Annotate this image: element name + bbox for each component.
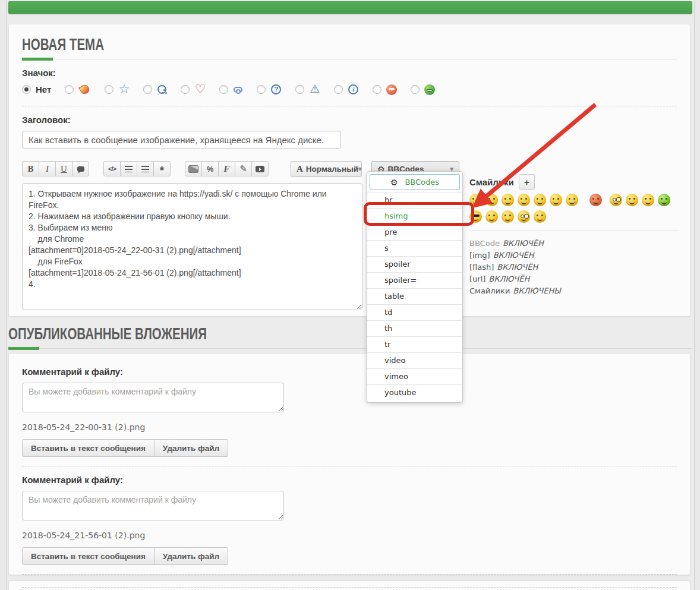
topic-icon-none-option[interactable]: Нет — [22, 84, 51, 94]
divider — [22, 587, 677, 588]
radio-angry-face-icon[interactable] — [373, 85, 381, 94]
radio-warning-icon[interactable] — [295, 85, 304, 94]
smiley-smile-icon[interactable] — [469, 194, 482, 206]
bbcode-item-vimeo[interactable]: vimeo — [367, 368, 462, 384]
smiley-smirk-icon[interactable] — [502, 210, 514, 223]
toolbar-button-group: </>* — [103, 161, 171, 176]
status-label: BBCode — [469, 239, 500, 248]
attachments-heading-text: ОПУБЛИКОВАННЫЕ ВЛОЖЕНИЯ — [8, 326, 207, 342]
smiley-cool-icon[interactable] — [469, 210, 482, 223]
insert-into-message-button[interactable]: Вставить в текст сообщения — [22, 439, 154, 457]
smiley-hmm-icon[interactable] — [485, 210, 498, 223]
topic-icon-none-label: Нет — [36, 84, 51, 94]
message-textarea[interactable]: 1. Открываем нужное изображение на https… — [22, 183, 362, 310]
new-topic-heading: НОВАЯ ТЕМА — [22, 36, 677, 59]
topic-icon-option[interactable] — [373, 84, 397, 95]
radio-ball-icon[interactable] — [143, 85, 152, 94]
insert-into-message-button[interactable]: Вставить в текст сообщения — [22, 547, 154, 565]
smiley-grin-icon[interactable] — [502, 194, 514, 206]
topic-icon-option[interactable] — [143, 84, 167, 94]
question-icon[interactable]: ? — [271, 84, 281, 94]
grin-face-icon[interactable] — [424, 84, 435, 95]
topic-icon-option[interactable]: ☆ — [105, 84, 130, 95]
bbcode-item-table[interactable]: table — [367, 288, 462, 304]
topic-icon-label: Значок: — [22, 68, 677, 78]
bbcode-item-youtube[interactable]: youtube — [367, 384, 462, 400]
ball-icon[interactable] — [157, 85, 166, 94]
bbcode-item-hr[interactable]: hr — [367, 192, 462, 208]
heart-icon[interactable]: ♡ — [194, 84, 206, 95]
topic-icon-option[interactable] — [411, 84, 435, 95]
radio-grin-face-icon[interactable] — [411, 85, 420, 94]
star-icon[interactable]: ☆ — [118, 84, 130, 95]
add-smiley-button[interactable]: + — [519, 174, 535, 190]
smiley-wink-icon[interactable] — [485, 194, 498, 206]
speech-bubble-icon[interactable] — [234, 87, 242, 93]
radio-fire-icon[interactable] — [65, 85, 74, 94]
font-size-dropdown-button[interactable]: A Нормальный ▾ — [291, 161, 362, 177]
list-bullet-icon[interactable] — [120, 161, 137, 176]
pencil-icon[interactable]: ✎ — [235, 161, 252, 176]
radio-speech-bubble-icon[interactable] — [219, 85, 228, 94]
topic-icon-option[interactable] — [219, 85, 243, 94]
bbcode-item-tr[interactable]: tr — [367, 336, 462, 352]
smiley-annoyed-icon[interactable] — [534, 194, 546, 206]
smiley-speechless-icon[interactable] — [626, 194, 638, 206]
fire-icon[interactable] — [78, 83, 91, 96]
bbcode-item-th[interactable]: th — [367, 320, 462, 336]
topic-icon-option[interactable]: ⚠ — [295, 84, 320, 95]
italic-button[interactable]: I — [39, 161, 56, 176]
radio-heart-icon[interactable] — [181, 85, 190, 94]
smiley-yell-icon[interactable] — [642, 194, 654, 206]
toolbar-button-group: BIU — [22, 161, 89, 176]
link-button[interactable]: % — [201, 161, 219, 176]
attachment-block: Комментарий к файлу: 2018-05-24_21-56-01… — [22, 475, 677, 565]
radio-info-icon[interactable] — [334, 85, 343, 94]
bbcode-item-spoiler-[interactable]: spoiler= — [367, 272, 462, 288]
topic-icon-option[interactable] — [65, 84, 91, 95]
smiley-sick-icon[interactable] — [658, 194, 670, 206]
quote-icon[interactable] — [72, 161, 89, 176]
bbcode-item-td[interactable]: td — [367, 304, 462, 320]
smiley-angry-icon[interactable] — [589, 194, 602, 206]
bbcode-item-video[interactable]: video — [367, 352, 462, 368]
list-item-button[interactable]: * — [153, 161, 171, 176]
status-value: ВКЛЮЧЁН — [488, 275, 529, 283]
smiley-rolleyes-icon[interactable] — [518, 194, 530, 206]
bbcode-item-spoiler[interactable]: spoiler — [367, 256, 462, 272]
smiley-cry-icon[interactable] — [566, 194, 578, 206]
bbcode-item-bbcodes[interactable]: ⚙BBCodes — [370, 174, 460, 190]
bbcode-item-pre[interactable]: pre — [367, 224, 462, 240]
list-ordered-icon[interactable] — [137, 161, 154, 176]
underline-button[interactable]: U — [55, 161, 72, 176]
topic-icon-option[interactable]: ? — [257, 84, 282, 95]
delete-file-button[interactable]: Удалить файл — [154, 547, 228, 565]
radio-none[interactable] — [22, 85, 31, 94]
topic-icon-option[interactable]: i — [334, 84, 359, 95]
bold-button[interactable]: B — [22, 161, 39, 176]
bbcode-item-s[interactable]: s — [367, 240, 462, 256]
subject-input[interactable] — [22, 131, 341, 149]
warning-icon[interactable]: ⚠ — [309, 84, 320, 95]
attachment-actions: Вставить в текст сообщения Удалить файл — [22, 439, 228, 457]
smiley-gasp-icon[interactable] — [518, 210, 530, 223]
smiley-row — [469, 194, 679, 206]
code-button[interactable]: </> — [103, 161, 121, 176]
smiley-confused-icon[interactable] — [550, 194, 562, 206]
flash-button[interactable]: F — [218, 161, 235, 176]
info-icon[interactable]: i — [348, 84, 358, 94]
smilies-header: Смайлики + — [469, 174, 679, 190]
smiley-hello-icon[interactable] — [534, 210, 546, 223]
angry-face-icon[interactable] — [386, 84, 397, 95]
delete-file-button[interactable]: Удалить файл — [154, 439, 228, 457]
attachment-filename: 2018-05-24_21-56-01 (2).png — [22, 531, 677, 540]
file-comment-textarea[interactable] — [22, 491, 284, 520]
file-comment-textarea[interactable] — [22, 383, 284, 412]
radio-question-icon[interactable] — [257, 85, 266, 94]
youtube-icon[interactable] — [251, 161, 269, 176]
bbcode-item-hsimg[interactable]: hsimg — [367, 208, 462, 224]
radio-star-icon[interactable] — [105, 85, 113, 94]
smiley-shocked-icon[interactable] — [610, 194, 622, 206]
image-icon[interactable] — [185, 161, 202, 176]
topic-icon-option[interactable]: ♡ — [181, 84, 206, 95]
